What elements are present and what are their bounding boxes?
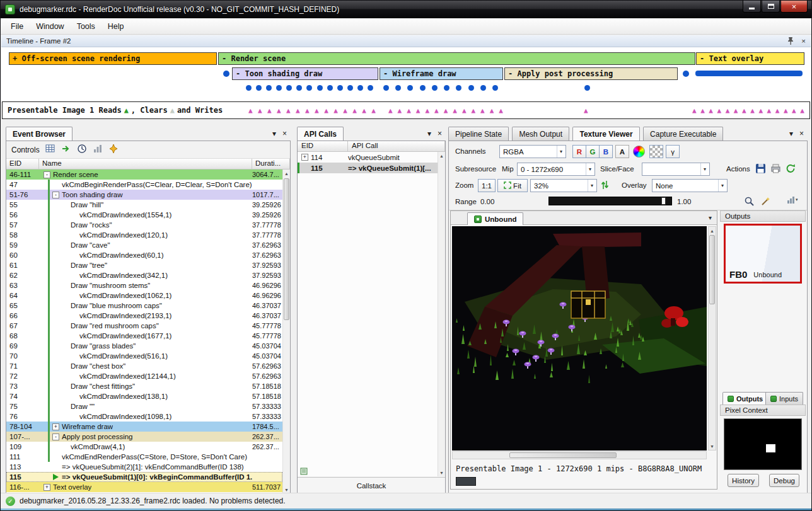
- pin-icon[interactable]: [787, 37, 794, 46]
- open-external-icon[interactable]: [770, 163, 781, 174]
- gamma-button[interactable]: γ: [666, 145, 680, 158]
- draw-event-dot[interactable]: [383, 85, 389, 91]
- timeline-bar-wireframe[interactable]: - Wireframe draw: [380, 67, 503, 80]
- scrollbar-thumb[interactable]: [709, 235, 715, 304]
- timeline-bar-post[interactable]: - Apply post processing: [504, 67, 678, 80]
- histogram-icon[interactable]: ▾: [787, 195, 798, 204]
- expander-icon[interactable]: +: [44, 484, 50, 491]
- scroll-down-icon[interactable]: ▼: [438, 469, 445, 476]
- draw-event-dot[interactable]: [683, 71, 689, 77]
- expander-icon[interactable]: +: [52, 423, 59, 430]
- tab-capture-executable[interactable]: Capture Executable: [643, 127, 723, 141]
- draw-event-dot[interactable]: [347, 85, 353, 91]
- checkerboard-background-button[interactable]: [649, 145, 663, 158]
- tab-event-browser[interactable]: Event Browser: [6, 127, 72, 141]
- scrollbar-thumb[interactable]: [509, 452, 617, 458]
- channel-r-button[interactable]: R: [572, 145, 586, 158]
- event-row[interactable]: 60vkCmdDrawIndexed(60,1)37.62963: [6, 250, 282, 260]
- event-row[interactable]: 69Draw "grass blades"45.03704: [6, 341, 282, 351]
- menu-tools[interactable]: Tools: [71, 20, 102, 33]
- event-row[interactable]: 109vkCmdDraw(4,1)262.37...: [6, 442, 282, 452]
- event-row[interactable]: 75Draw ""57.33333: [6, 401, 282, 411]
- tab-pipeline-state[interactable]: Pipeline State: [448, 127, 509, 141]
- event-row[interactable]: 113=> vkQueueSubmit(2)[1]: vkEndCommandB…: [6, 462, 282, 472]
- tab-list-chevron-icon[interactable]: ▾: [709, 214, 712, 221]
- write-marker-group[interactable]: ▲▲▲▲▲▲▲▲▲▲▲▲▲: [388, 107, 503, 114]
- range-slider-thumb[interactable]: [661, 197, 666, 205]
- draw-event-dot[interactable]: [444, 85, 450, 91]
- mip-select[interactable]: 0 - 1272x690▾: [517, 163, 595, 176]
- overlay-select[interactable]: None▾: [652, 179, 728, 192]
- draw-event-dot[interactable]: [468, 85, 474, 91]
- draw-event-dot[interactable]: [256, 85, 262, 91]
- channels-select[interactable]: RGBA▾: [499, 145, 566, 158]
- event-row[interactable]: 63Draw "mushroom stems"46.96296: [6, 280, 282, 290]
- event-row[interactable]: 55Draw "hill"39.25926: [6, 200, 282, 210]
- event-row[interactable]: 65Draw "blue mushroom caps"46.37037: [6, 301, 282, 311]
- event-row[interactable]: 78-104+Wireframe draw1784.5...: [6, 422, 282, 432]
- draw-event-dot[interactable]: [407, 85, 413, 91]
- draw-event-dot[interactable]: [306, 85, 312, 91]
- dock-close-icon[interactable]: ×: [799, 129, 804, 138]
- tab-inputs[interactable]: Inputs: [765, 392, 803, 405]
- event-row[interactable]: 61Draw "tree"37.92593: [6, 260, 282, 270]
- timeline-bar-toon[interactable]: - Toon shading draw: [232, 67, 378, 80]
- write-marker-group[interactable]: ▲▲▲▲▲▲▲▲▲▲▲▲▲▲: [248, 107, 376, 114]
- color-wheel-icon[interactable]: [633, 146, 645, 158]
- draw-event-dot[interactable]: [246, 85, 252, 91]
- draw-event-dot[interactable]: [456, 85, 461, 91]
- zoom-range-icon[interactable]: [744, 196, 755, 207]
- draw-event-dot[interactable]: [480, 85, 486, 91]
- autofit-wand-icon[interactable]: [760, 196, 771, 207]
- api-calls-scrollbar[interactable]: ▲ ▼: [438, 152, 445, 476]
- event-row[interactable]: 116-...+Text overlay511.7037: [6, 482, 282, 492]
- draw-event-dot[interactable]: [492, 85, 498, 91]
- event-row[interactable]: 47vkCmdBeginRenderPass(C=Clear, D=Clear,…: [6, 180, 282, 190]
- event-row[interactable]: 58vkCmdDrawIndexed(120,1)37.77778: [6, 230, 282, 240]
- expander-icon[interactable]: +: [301, 154, 308, 161]
- draw-event-dot[interactable]: [420, 85, 426, 91]
- refresh-icon[interactable]: [786, 163, 796, 174]
- slice-face-select[interactable]: ▾: [642, 163, 710, 176]
- scroll-up-icon[interactable]: ▲: [709, 227, 716, 234]
- tab-texture-viewer[interactable]: Texture Viewer: [572, 127, 639, 141]
- expander-icon[interactable]: -: [44, 171, 50, 178]
- draw-event-dot[interactable]: [286, 85, 292, 91]
- event-browser-scrollbar[interactable]: ▲ ▼: [282, 169, 290, 493]
- event-row[interactable]: 59Draw "cave"37.62963: [6, 240, 282, 250]
- event-row[interactable]: 107-...-Apply post processing262.37...: [6, 432, 282, 442]
- scroll-up-icon[interactable]: ▲: [438, 152, 445, 159]
- event-row[interactable]: 76vkCmdDrawIndexed(1098,1)57.33333: [6, 411, 282, 422]
- tab-mesh-output[interactable]: Mesh Output: [512, 127, 569, 141]
- draw-event-dot[interactable]: [223, 71, 229, 77]
- column-eid[interactable]: EID: [6, 159, 39, 169]
- scrollbar-thumb[interactable]: [284, 178, 289, 320]
- draw-event-dot[interactable]: [584, 85, 590, 91]
- event-row[interactable]: 66vkCmdDrawIndexed(2193,1)46.37037: [6, 311, 282, 321]
- callstack-section[interactable]: Callstack: [298, 477, 445, 493]
- texture-horizontal-scrollbar[interactable]: [452, 451, 707, 459]
- tab-outputs[interactable]: Outputs: [722, 392, 768, 405]
- flip-y-icon[interactable]: [601, 180, 609, 190]
- event-row[interactable]: 57Draw "rocks"37.77778: [6, 220, 282, 230]
- texture-tab-unbound[interactable]: Unbound: [467, 212, 523, 225]
- event-row[interactable]: 67Draw "red mushroom caps"45.77778: [6, 321, 282, 331]
- event-row[interactable]: 51-76-Toon shading draw1017.7...: [6, 190, 282, 200]
- dock-menu-icon[interactable]: ▾: [789, 129, 793, 138]
- column-duration[interactable]: Durati...: [252, 159, 290, 169]
- event-row[interactable]: 74vkCmdDrawIndexed(138,1)57.18518: [6, 391, 282, 401]
- zoom-1to1-button[interactable]: 1:1: [478, 179, 496, 192]
- draw-event-dot[interactable]: [357, 85, 363, 91]
- write-marker-group[interactable]: ▲▲▲▲▲▲▲▲▲▲▲▲▲▲: [692, 107, 804, 114]
- event-row[interactable]: 56vkCmdDrawIndexed(1554,1)39.25926: [6, 210, 282, 220]
- goto-eid-icon[interactable]: [61, 144, 71, 156]
- draw-event-dot[interactable]: [432, 85, 438, 91]
- api-call-row[interactable]: 115=> vkQueueSubmit(1)[...: [298, 163, 438, 173]
- bookmark-icon[interactable]: [108, 144, 119, 156]
- save-texture-icon[interactable]: [755, 163, 766, 174]
- timeline-overlay-draws-pill[interactable]: [695, 71, 803, 76]
- texture-viewport[interactable]: [452, 226, 707, 451]
- draw-event-dot[interactable]: [266, 85, 272, 91]
- dock-menu-icon[interactable]: ▾: [272, 129, 276, 138]
- draw-event-dot[interactable]: [368, 85, 373, 91]
